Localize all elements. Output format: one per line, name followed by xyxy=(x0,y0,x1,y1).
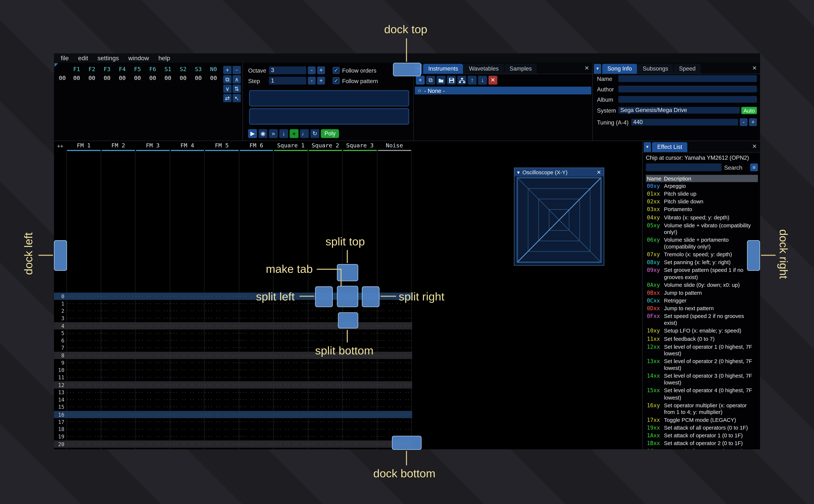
pattern-cell[interactable]: ··· ·· ·· ··· xyxy=(170,309,204,313)
pattern-cell[interactable]: ··· ·· ·· ··· xyxy=(170,405,204,410)
pattern-cell[interactable]: ··· ·· ·· ··· xyxy=(377,390,412,395)
menu-item[interactable]: window xyxy=(123,53,153,63)
pattern-cell[interactable]: ··· ·· ·· ··· xyxy=(135,383,170,387)
pattern-cell[interactable]: ··· ·· ·· ··· xyxy=(273,316,308,321)
instruments-tab[interactable]: Wavetables xyxy=(464,64,504,74)
pattern-cell[interactable]: ··· ·· ·· ··· xyxy=(101,368,135,372)
pattern-cell[interactable]: ··· ·· ·· ··· xyxy=(239,368,273,372)
remove-order-button[interactable]: − xyxy=(233,66,241,74)
play-button[interactable]: ▶ xyxy=(248,129,257,138)
pattern-cell[interactable]: ··· ·· ·· ··· xyxy=(101,346,135,350)
pattern-cell[interactable]: ··· ·· ·· ··· xyxy=(170,346,204,350)
channel-header[interactable]: Square 2 xyxy=(308,141,342,151)
effect-row[interactable]: 1Axx Set attack of operator 1 (0 to 1F) xyxy=(646,432,758,440)
order-value-cell[interactable]: 00 xyxy=(206,75,221,82)
pattern-cell[interactable]: ··· ·· ·· ··· xyxy=(205,375,239,380)
pattern-cell[interactable]: ··· ·· ·· ··· xyxy=(377,420,412,424)
pattern-cell[interactable]: ··· ·· ·· ··· xyxy=(343,368,377,372)
pattern-cell[interactable]: ··· ·· ·· ··· xyxy=(239,361,273,365)
pattern-cell[interactable]: ··· ·· ·· ··· xyxy=(308,309,342,313)
pattern-cell[interactable]: ··· ·· ·· ··· xyxy=(377,331,412,335)
pattern-cell[interactable]: ··· ·· ·· ··· xyxy=(170,353,204,358)
delete-instrument-button[interactable]: ✕ xyxy=(489,76,497,85)
pattern-cell[interactable]: ··· ·· ·· ··· xyxy=(273,331,308,335)
pattern-cell[interactable]: ··· ·· ·· ··· xyxy=(170,427,204,432)
pattern-cell[interactable]: ··· ·· ·· ··· xyxy=(170,434,204,439)
pattern-cell[interactable]: ··· ·· ·· ··· xyxy=(101,309,135,313)
pattern-cell[interactable]: ··· ·· ·· ··· xyxy=(170,375,204,380)
drop-zone-split-left[interactable] xyxy=(315,286,333,307)
pattern-cell[interactable]: ··· ·· ·· ··· xyxy=(135,412,170,417)
pattern-cell[interactable]: ··· ·· ·· ··· xyxy=(343,375,377,380)
pattern-cell[interactable]: ··· ·· ·· ··· xyxy=(205,420,239,424)
pattern-cell[interactable]: ··· ·· ·· ··· xyxy=(205,434,239,439)
pattern-cell[interactable]: ··· ·· ·· ··· xyxy=(343,427,377,432)
open-folder-icon[interactable] xyxy=(437,76,446,85)
pattern-cell[interactable]: ··· ·· ·· ··· xyxy=(377,338,412,343)
album-input[interactable] xyxy=(618,96,757,103)
pattern-cell[interactable]: ··· ·· ·· ··· xyxy=(273,412,308,417)
tab-list-popup-button[interactable]: ▾ xyxy=(644,142,651,152)
effect-row[interactable]: 0Dxx Jump to next pattern xyxy=(646,305,758,312)
expand-channels-button[interactable]: ++ xyxy=(54,141,67,151)
channel-header[interactable]: Square 1 xyxy=(273,141,308,151)
pattern-cell[interactable]: ··· ·· ·· ··· xyxy=(101,294,135,299)
channel-header[interactable]: FM 3 xyxy=(135,141,170,151)
pattern-cell[interactable]: ··· ·· ·· ··· xyxy=(135,427,170,432)
pattern-cell[interactable]: ··· ·· ·· ··· xyxy=(135,398,170,402)
pattern-cell[interactable]: ··· ·· ·· ··· xyxy=(239,346,273,350)
follow-pattern-checkbox[interactable]: ✓ xyxy=(333,77,339,84)
pattern-cell[interactable]: ··· ·· ·· ··· xyxy=(273,434,308,439)
effect-row[interactable]: 03xx Portamento xyxy=(646,206,758,214)
pattern-cell[interactable]: ··· ·· ·· ··· xyxy=(205,316,239,321)
pattern-cell[interactable]: ··· ·· ·· ··· xyxy=(205,331,239,335)
drop-zone-split-bottom[interactable] xyxy=(338,312,358,328)
pattern-cell[interactable]: ··· ·· ·· ··· xyxy=(343,405,377,410)
pattern-cell[interactable]: ··· ·· ·· ··· xyxy=(170,331,204,335)
pattern-cell[interactable]: ··· ·· ·· ··· xyxy=(308,420,342,424)
pattern-cell[interactable]: ··· ·· ·· ··· xyxy=(170,420,204,424)
pattern-cell[interactable]: ··· ·· ·· ··· xyxy=(343,398,377,402)
pattern-cell[interactable]: ··· ·· ·· ··· xyxy=(101,331,135,335)
menu-item[interactable]: edit xyxy=(73,53,93,63)
repeat-pattern-button[interactable]: ↻ xyxy=(310,129,319,138)
pattern-cell[interactable]: ··· ·· ·· ··· xyxy=(273,398,308,402)
pattern-cell[interactable]: ··· ·· ·· ··· xyxy=(135,331,170,335)
pattern-cell[interactable]: ··· ·· ·· ··· xyxy=(343,383,377,387)
pattern-cell[interactable]: ··· ·· ·· ··· xyxy=(273,442,308,446)
pattern-cell[interactable]: ··· ·· ·· ··· xyxy=(205,323,239,328)
pattern-cell[interactable]: ··· ·· ·· ··· xyxy=(205,353,239,358)
pattern-cell[interactable]: ··· ·· ·· ··· xyxy=(66,346,101,350)
pattern-cell[interactable]: ··· ·· ·· ··· xyxy=(135,309,170,313)
pattern-cell[interactable]: ··· ·· ·· ··· xyxy=(135,361,170,365)
pattern-cell[interactable]: ··· ·· ·· ··· xyxy=(308,361,342,365)
effect-row[interactable]: 09xy Set groove pattern (speed 1 if no g… xyxy=(646,266,758,281)
pattern-cell[interactable]: ··· ·· ·· ··· xyxy=(66,383,101,387)
save-icon[interactable] xyxy=(447,76,456,85)
pattern-cell[interactable]: ··· ·· ·· ··· xyxy=(135,338,170,343)
song-info-tab[interactable]: Speed xyxy=(674,64,701,74)
pattern-cell[interactable]: ··· ·· ·· ··· xyxy=(101,301,135,306)
effect-row[interactable]: 15xx Set level of operator 4 (0 highest,… xyxy=(646,387,758,401)
order-edit-mode-button[interactable]: ↖ xyxy=(233,94,241,102)
pattern-cell[interactable]: ··· ·· ·· ··· xyxy=(273,346,308,350)
drop-zone-dock-right[interactable] xyxy=(747,240,760,271)
close-icon[interactable]: ✕ xyxy=(585,65,589,72)
follow-orders-checkbox[interactable]: ✓ xyxy=(333,67,339,74)
pattern-cell[interactable]: ··· ·· ·· ··· xyxy=(170,316,204,321)
menu-item[interactable]: file xyxy=(56,53,73,63)
step-decrease-button[interactable]: - xyxy=(308,77,315,85)
pattern-cell[interactable]: ··· ·· ·· ··· xyxy=(205,301,239,306)
pattern-cell[interactable]: ··· ·· ·· ··· xyxy=(170,398,204,402)
pattern-cell[interactable]: ··· ·· ·· ··· xyxy=(66,390,101,395)
pattern-cell[interactable]: ··· ·· ·· ··· xyxy=(101,427,135,432)
pattern-cell[interactable]: ··· ·· ·· ··· xyxy=(205,383,239,387)
order-value-cell[interactable]: 00 xyxy=(130,75,145,82)
step-one-row-button[interactable]: ↓ xyxy=(279,129,288,138)
pattern-cell[interactable]: ··· ·· ·· ··· xyxy=(273,420,308,424)
pattern-cell[interactable]: ··· ·· ·· ··· xyxy=(377,346,412,350)
effect-row[interactable]: 19xx Set attack of all operators (0 to 1… xyxy=(646,424,758,432)
pattern-cell[interactable]: ··· ·· ·· ··· xyxy=(170,390,204,395)
pattern-cell[interactable]: ··· ·· ·· ··· xyxy=(66,338,101,343)
pattern-cell[interactable]: ··· ·· ·· ··· xyxy=(239,383,273,387)
